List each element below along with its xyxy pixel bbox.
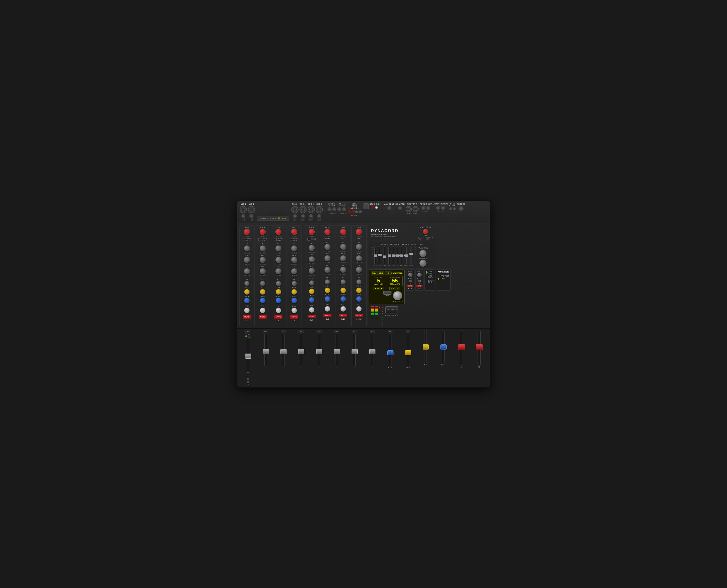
fader-track-aux[interactable] (424, 330, 427, 363)
pfl-button-56[interactable]: PFL (316, 330, 321, 333)
fader-handle-56[interactable] (316, 349, 323, 354)
master-b-knob[interactable] (423, 229, 428, 234)
fader-handle-2[interactable] (263, 349, 269, 354)
fx-max-button[interactable]: MAX (371, 272, 377, 275)
locut-3[interactable]: LO CUT80 Hz (274, 238, 283, 241)
fx2-nav-button[interactable]: ▲ FX2 ▼ (389, 287, 400, 290)
gain-knob-2[interactable] (259, 229, 266, 235)
lo-knob-910[interactable] (340, 267, 346, 273)
fader-track-78[interactable] (336, 334, 338, 366)
gain-knob-1112[interactable] (356, 229, 362, 235)
pan-knob-3[interactable] (276, 308, 281, 313)
aux-knob-1112[interactable] (356, 288, 362, 293)
fader-track-master-l[interactable] (460, 330, 463, 366)
lo-knob-4[interactable] (291, 268, 297, 274)
rec-send-knob[interactable] (419, 250, 427, 257)
bal-knob-910[interactable] (340, 306, 346, 312)
fx1-on-button[interactable] (409, 280, 412, 282)
fader-track-master-r[interactable] (478, 330, 481, 366)
fx-knob-1[interactable] (244, 281, 249, 286)
lo-knob-2[interactable] (259, 268, 266, 274)
hi-knob-4[interactable] (291, 245, 297, 251)
hi-knob-78[interactable] (325, 244, 331, 250)
mon-knob-2[interactable] (260, 298, 266, 303)
fx2-level-knob[interactable] (417, 273, 422, 277)
mid-knob-1[interactable] (244, 257, 250, 263)
hi-knob-2[interactable] (259, 245, 266, 251)
mid-knob-56[interactable] (309, 256, 315, 262)
fx-lpn-button[interactable]: LPN (378, 272, 384, 275)
fx1-nav-button[interactable]: ▲ FX1 ▼ (373, 287, 384, 290)
aux-knob-78[interactable] (325, 288, 330, 293)
bal-knob-56[interactable] (309, 307, 314, 313)
pfl-button-1[interactable]: PFL (245, 330, 250, 333)
pfl-button-4[interactable]: PFL (298, 330, 304, 333)
aux-pre-radio[interactable] (426, 271, 428, 274)
gain-knob-3[interactable] (275, 229, 282, 235)
lo-knob-1[interactable] (244, 268, 250, 274)
mid-knob-910[interactable] (340, 255, 346, 261)
mid-knob-3[interactable] (275, 257, 282, 263)
fx1-mute[interactable]: MUTE (407, 285, 413, 287)
aux-knob-4[interactable] (291, 289, 297, 295)
mon-knob-1112[interactable] (356, 296, 362, 302)
bal-knob-78[interactable] (325, 306, 330, 312)
fader-handle-fx2[interactable] (405, 350, 411, 355)
eq-fader-63hz[interactable] (374, 246, 376, 264)
bal-knob-1112[interactable] (356, 306, 362, 312)
lo-knob-1112[interactable] (356, 267, 362, 273)
fx-knob-910[interactable] (341, 279, 346, 285)
fader-handle-1[interactable] (245, 354, 251, 359)
aux-knob-56[interactable] (309, 289, 314, 294)
gain-knob-4[interactable] (291, 229, 297, 235)
pfl-button-910[interactable]: PFL (352, 330, 357, 333)
mute-button-78[interactable]: MUTE (324, 314, 332, 317)
mon-knob-56[interactable] (309, 297, 314, 303)
mon-knob-3[interactable] (276, 298, 281, 303)
fx-knob-3[interactable] (276, 281, 281, 286)
fx-knob-78[interactable] (325, 279, 330, 285)
standby-button[interactable]: STANDBY (385, 306, 398, 313)
pan-knob-1[interactable] (244, 308, 250, 313)
pan-knob-2[interactable] (260, 308, 266, 313)
fader-handle-fx1[interactable] (387, 350, 393, 355)
gain-knob-910[interactable] (340, 229, 346, 235)
fader-track-mon[interactable] (442, 330, 444, 363)
fx-knob-4[interactable] (292, 281, 297, 286)
fx2-mute[interactable]: MUTE (416, 285, 422, 287)
mute-button-1[interactable]: MUTE (243, 315, 251, 319)
mute-button-4[interactable]: MUTE (290, 315, 298, 319)
pfl-button-2[interactable]: PFL (263, 330, 268, 333)
lo-knob-78[interactable] (325, 267, 331, 273)
pfl-button-1112[interactable]: PFL (370, 330, 375, 333)
gain-knob-56[interactable] (309, 229, 315, 235)
mid-knob-1112[interactable] (356, 255, 362, 261)
phones-knob[interactable] (419, 259, 427, 267)
fader-handle-78[interactable] (334, 349, 340, 354)
fader-handle-3[interactable] (281, 349, 287, 354)
fader-handle-master-r[interactable] (476, 344, 483, 350)
fx2-on-button[interactable] (418, 280, 421, 282)
gain-knob-78[interactable] (325, 229, 331, 235)
bal-knob-4[interactable] (291, 308, 297, 313)
fader-handle-mon[interactable] (440, 344, 446, 350)
aux-knob-3[interactable] (276, 289, 281, 295)
aux-pre-option[interactable]: AUX PRE (426, 271, 434, 274)
fader-handle-910[interactable] (352, 349, 358, 354)
phantom-switch[interactable] (277, 217, 281, 220)
fx-knob-1112[interactable] (356, 279, 361, 285)
fader-track-910[interactable] (353, 334, 356, 366)
pfl-button-3[interactable]: PFL (281, 330, 286, 333)
pfl-button-78[interactable]: PFL (334, 330, 339, 333)
locut-check-1[interactable] (243, 238, 245, 241)
gain-knob-1[interactable] (244, 229, 250, 235)
aux-post-radio[interactable] (426, 276, 427, 278)
aux-to-fx2-option[interactable]: AUX to FX 2 (426, 279, 434, 283)
aux-post-option[interactable]: AUX POST (426, 275, 434, 279)
fx-high-button[interactable]: HIGH (385, 272, 392, 275)
fx-knob-56[interactable] (309, 280, 314, 286)
fader-handle-4[interactable] (298, 349, 304, 354)
mid-knob-2[interactable] (259, 257, 266, 263)
mon-knob-4[interactable] (291, 298, 297, 303)
fx-knob-2[interactable] (260, 281, 265, 286)
